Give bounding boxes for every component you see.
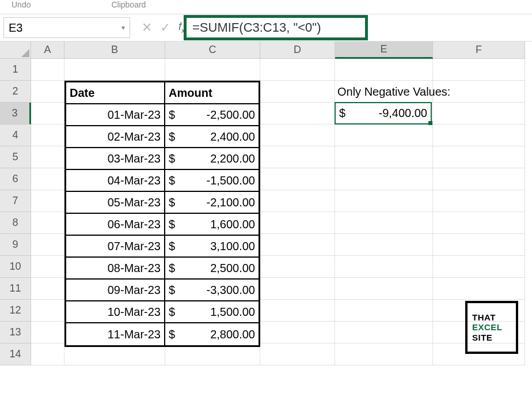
col-header-F[interactable]: F [433, 41, 525, 59]
cell-amount[interactable]: $ 1,500.00 [165, 301, 259, 323]
cell[interactable] [31, 278, 64, 300]
col-header-B[interactable]: B [64, 41, 165, 59]
cell[interactable] [64, 59, 165, 81]
cell-date[interactable]: 06-Mar-23 [66, 214, 165, 236]
row-header-2[interactable]: 2 [0, 81, 31, 103]
formula-input[interactable]: =SUMIF(C3:C13, "<0") [184, 15, 368, 40]
cell-amount[interactable]: $-2,100.00 [165, 192, 259, 214]
cell[interactable] [31, 256, 64, 278]
row-header-12[interactable]: 12 [0, 300, 31, 322]
col-header-C[interactable]: C [165, 41, 260, 59]
cell[interactable] [31, 212, 64, 234]
row-header-8[interactable]: 8 [0, 212, 31, 234]
cell-date[interactable]: 05-Mar-23 [66, 192, 165, 214]
row-header-1[interactable]: 1 [0, 59, 31, 81]
cell[interactable] [31, 322, 64, 344]
cell[interactable] [335, 146, 433, 168]
row-header-4[interactable]: 4 [0, 124, 31, 146]
cell[interactable] [260, 81, 335, 103]
cell[interactable] [31, 103, 64, 124]
cell[interactable] [31, 168, 64, 190]
active-cell-E3[interactable]: $ -9,400.00 [335, 102, 432, 124]
cell-amount[interactable]: $-1,500.00 [165, 170, 259, 192]
cell[interactable] [260, 146, 335, 168]
col-header-A[interactable]: A [31, 41, 64, 59]
chevron-down-icon[interactable]: ▾ [121, 24, 125, 32]
cell[interactable] [335, 256, 433, 278]
cell[interactable] [31, 344, 64, 365]
cell-date[interactable]: 02-Mar-23 [66, 126, 165, 148]
row-header-5[interactable]: 5 [0, 146, 31, 168]
name-box[interactable]: E3 ▾ [3, 17, 130, 38]
cell-date[interactable]: 10-Mar-23 [66, 301, 165, 323]
select-all-corner[interactable] [0, 41, 31, 59]
cell-amount[interactable]: $ 2,200.00 [165, 148, 259, 170]
cell[interactable] [260, 278, 335, 300]
cell[interactable] [31, 59, 64, 81]
row-header-10[interactable]: 10 [0, 256, 31, 278]
row-header-7[interactable]: 7 [0, 190, 31, 212]
cell-amount[interactable]: $-3,300.00 [165, 280, 259, 301]
row-header-14[interactable]: 14 [0, 344, 31, 365]
cell[interactable] [31, 124, 64, 146]
cell-date[interactable]: 01-Mar-23 [66, 104, 165, 126]
cell[interactable] [260, 344, 335, 365]
cell-amount[interactable]: $ 2,800.00 [165, 323, 259, 345]
cell[interactable] [335, 212, 433, 234]
cell-amount[interactable]: $-2,500.00 [165, 104, 259, 126]
col-header-E[interactable]: E [335, 41, 433, 59]
cell[interactable] [260, 300, 335, 322]
cell[interactable] [31, 190, 64, 212]
cell[interactable] [260, 256, 335, 278]
cell-amount[interactable]: $ 2,500.00 [165, 258, 259, 280]
label-only-negative[interactable]: Only Negative Values: [335, 81, 453, 103]
cell[interactable] [335, 168, 433, 190]
cell[interactable] [335, 300, 433, 322]
cell-date[interactable]: 07-Mar-23 [66, 236, 165, 258]
cell-amount[interactable]: $ 1,600.00 [165, 214, 259, 236]
cell[interactable] [335, 234, 433, 256]
cell[interactable] [335, 322, 433, 344]
cell[interactable] [433, 146, 525, 168]
row-header-13[interactable]: 13 [0, 322, 31, 344]
cell[interactable] [260, 124, 335, 146]
header-date[interactable]: Date [66, 82, 165, 104]
cell[interactable] [31, 234, 64, 256]
cell[interactable] [433, 124, 525, 146]
enter-icon[interactable]: ✓ [160, 20, 170, 35]
cell[interactable] [260, 212, 335, 234]
cell[interactable] [433, 234, 525, 256]
cell[interactable] [433, 168, 525, 190]
cell[interactable] [335, 124, 433, 146]
cell-date[interactable]: 08-Mar-23 [66, 258, 165, 280]
cancel-icon[interactable]: ✕ [142, 20, 152, 35]
cell[interactable] [260, 322, 335, 344]
spreadsheet-grid[interactable]: A B C D E F 1234567891011121314 Date Amo… [0, 41, 532, 365]
cell[interactable] [335, 59, 433, 81]
cell[interactable] [31, 81, 64, 103]
row-header-3[interactable]: 3 [0, 103, 31, 124]
cell-date[interactable]: 03-Mar-23 [66, 148, 165, 170]
cell[interactable] [433, 212, 525, 234]
cell-date[interactable]: 04-Mar-23 [66, 170, 165, 192]
cell[interactable] [31, 300, 64, 322]
cell-date[interactable]: 09-Mar-23 [66, 280, 165, 301]
cell[interactable] [260, 234, 335, 256]
cells-area[interactable]: Date Amount 01-Mar-23$-2,500.0002-Mar-23… [31, 59, 532, 365]
cell[interactable] [433, 190, 525, 212]
cell-date[interactable]: 11-Mar-23 [66, 323, 165, 345]
header-amount[interactable]: Amount [165, 82, 259, 104]
col-header-D[interactable]: D [260, 41, 335, 59]
cell[interactable] [335, 190, 433, 212]
cell[interactable] [260, 59, 335, 81]
cell-amount[interactable]: $ 2,400.00 [165, 126, 259, 148]
row-header-9[interactable]: 9 [0, 234, 31, 256]
cell[interactable] [335, 344, 433, 365]
cell[interactable] [31, 146, 64, 168]
row-header-6[interactable]: 6 [0, 168, 31, 190]
row-header-11[interactable]: 11 [0, 278, 31, 300]
cell[interactable] [433, 256, 525, 278]
cell[interactable] [260, 168, 335, 190]
cell-amount[interactable]: $ 3,100.00 [165, 236, 259, 258]
cell[interactable] [165, 59, 260, 81]
